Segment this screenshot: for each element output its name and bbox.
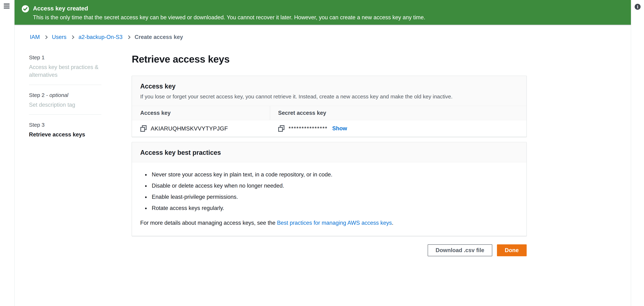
breadcrumb-item-users[interactable]: Users <box>52 34 66 40</box>
copy-icon[interactable] <box>140 125 147 132</box>
breadcrumb-item-iam[interactable]: IAM <box>30 34 40 40</box>
copy-icon[interactable] <box>278 125 284 132</box>
step-title: Set description tag <box>29 101 108 109</box>
footer-text: . <box>392 220 394 226</box>
column-header-secret-access-key: Secret access key <box>270 106 526 120</box>
steps-nav: Step 1 Access key best practices & alter… <box>29 54 108 138</box>
banner-message: This is the only time that the secret ac… <box>33 14 425 21</box>
access-key-card: Access key If you lose or forget your se… <box>132 76 527 137</box>
chevron-right-icon <box>70 35 74 39</box>
list-item: Rotate access keys regularly. <box>150 204 518 212</box>
hamburger-menu-icon[interactable] <box>4 4 10 9</box>
step-number: Step 1 <box>29 54 108 61</box>
access-key-card-header: Access key If you lose or forget your se… <box>132 76 526 106</box>
banner-title: Access key created <box>33 5 425 12</box>
main-content: Retrieve access keys Access key If you l… <box>132 53 527 256</box>
column-header-access-key: Access key <box>132 106 270 120</box>
divider <box>29 114 101 115</box>
best-practices-card-title: Access key best practices <box>140 149 518 157</box>
screen: i Access key created This is the only ti… <box>0 0 644 306</box>
access-key-value: AKIARUQHMSKVVYTYPJGF <box>151 125 228 132</box>
footer-text: For more details about managing access k… <box>140 220 277 226</box>
secret-access-key-masked: *************** <box>288 125 328 132</box>
list-item: Disable or delete access key when no lon… <box>150 182 518 190</box>
hamburger-bar <box>4 6 10 7</box>
show-secret-link[interactable]: Show <box>332 125 347 132</box>
step-title: Retrieve access keys <box>29 131 108 138</box>
done-button[interactable]: Done <box>497 244 527 256</box>
step-title: Access key best practices & alternatives <box>29 63 108 79</box>
step-item-1[interactable]: Step 1 Access key best practices & alter… <box>29 54 108 79</box>
best-practices-link[interactable]: Best practices for managing AWS access k… <box>277 220 392 226</box>
breadcrumb: IAM Users a2-backup-On-S3 Create access … <box>30 34 183 40</box>
actions-bar: Download .csv file Done <box>132 244 527 256</box>
list-item: Never store your access key in plain tex… <box>150 171 518 179</box>
step-item-2[interactable]: Step 2 - optional Set description tag <box>29 92 108 109</box>
best-practices-footer: For more details about managing access k… <box>140 219 518 227</box>
content-panel: Access key created This is the only time… <box>14 0 631 306</box>
banner-text: Access key created This is the only time… <box>33 5 425 21</box>
table-header: Access key Secret access key <box>132 106 526 120</box>
access-key-card-title: Access key <box>140 82 518 90</box>
chevron-right-icon <box>44 35 48 39</box>
access-key-card-description: If you lose or forget your secret access… <box>140 93 518 100</box>
step-number: Step 2 - optional <box>29 92 108 98</box>
access-key-cell: AKIARUQHMSKVVYTYPJGF <box>132 120 270 137</box>
breadcrumb-item-current: Create access key <box>135 34 183 40</box>
hamburger-bar <box>4 8 10 9</box>
best-practices-card: Access key best practices Never store yo… <box>132 142 527 236</box>
best-practices-list: Never store your access key in plain tex… <box>140 171 518 212</box>
breadcrumb-item-user-name[interactable]: a2-backup-On-S3 <box>78 34 122 40</box>
step-item-3[interactable]: Step 3 Retrieve access keys <box>29 122 108 138</box>
page-title: Retrieve access keys <box>132 53 527 65</box>
best-practices-body: Never store your access key in plain tex… <box>132 162 526 236</box>
divider <box>29 85 101 85</box>
chevron-right-icon <box>127 35 130 39</box>
table-row: AKIARUQHMSKVVYTYPJGF *************** Sho… <box>132 120 526 137</box>
list-item: Enable least-privilege permissions. <box>150 193 518 201</box>
download-csv-button[interactable]: Download .csv file <box>428 244 492 256</box>
hamburger-bar <box>4 4 10 5</box>
check-circle-icon <box>22 5 29 13</box>
secret-access-key-cell: *************** Show <box>270 120 526 137</box>
best-practices-card-header: Access key best practices <box>132 142 526 162</box>
info-icon[interactable]: i <box>635 4 640 10</box>
step-number: Step 3 <box>29 122 108 128</box>
success-banner: Access key created This is the only time… <box>14 0 631 25</box>
info-glyph: i <box>637 5 638 9</box>
